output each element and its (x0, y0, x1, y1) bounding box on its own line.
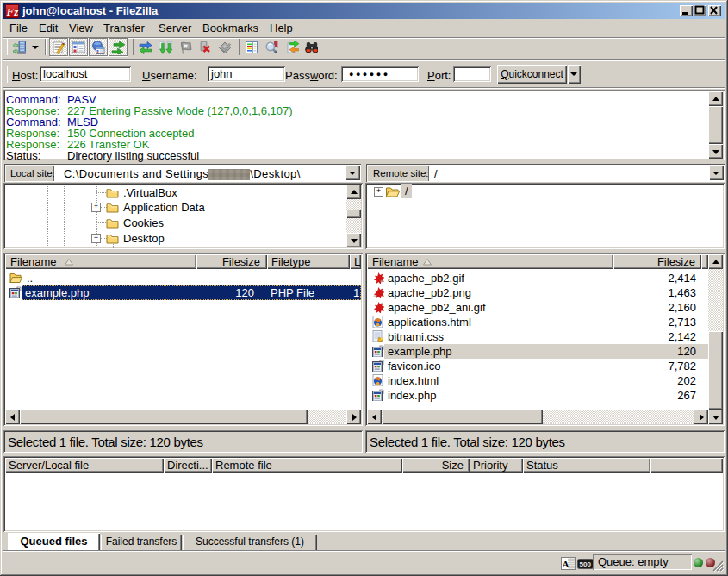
svg-text:A: A (563, 559, 569, 569)
svg-text:Fz: Fz (6, 5, 20, 18)
svg-text:500: 500 (580, 560, 592, 568)
